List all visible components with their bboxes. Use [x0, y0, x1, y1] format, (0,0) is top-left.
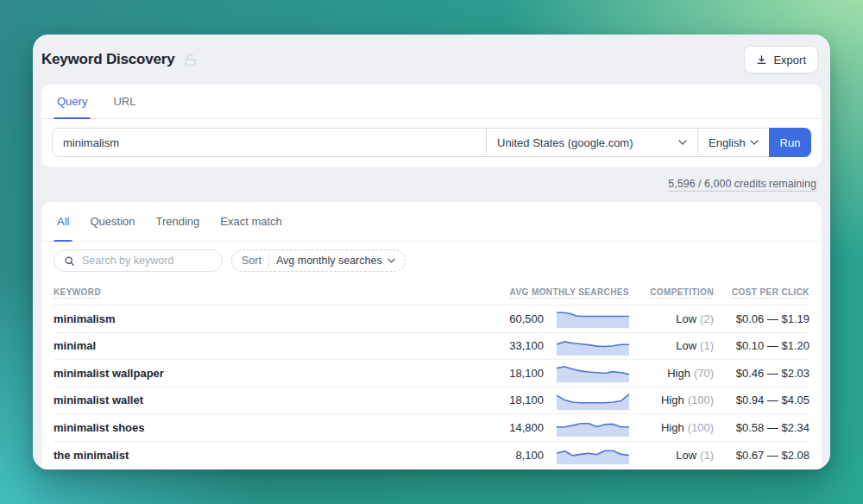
language-select[interactable]: English [697, 128, 770, 157]
cpc-cell: $0.10 — $1.20 [714, 339, 809, 352]
competition-cell: High(100) [629, 421, 714, 434]
table-row[interactable]: minimalist wallet 18,100 High(100) $0.94… [54, 387, 809, 415]
avg-searches-cell: 60,500 [466, 312, 544, 325]
unlocked-padlock-icon [183, 53, 198, 67]
export-label: Export [773, 54, 806, 66]
header-avg-monthly-searches[interactable]: AVG MONTHLY SEARCHES [466, 287, 629, 297]
keyword-cell: minimalist wallpaper [54, 367, 466, 380]
avg-searches-cell: 8,100 [466, 449, 544, 462]
sort-dropdown[interactable]: Sort Avg monthly searches [231, 249, 406, 272]
keyword-cell: minimalism [54, 312, 466, 325]
tab-all[interactable]: All [55, 202, 71, 241]
divider [268, 255, 269, 267]
tab-trending[interactable]: Trending [154, 202, 202, 241]
trend-sparkline [557, 309, 629, 328]
tab-question[interactable]: Question [88, 202, 136, 241]
avg-searches-cell: 14,800 [466, 421, 544, 434]
tab-query[interactable]: Query [55, 85, 89, 118]
chevron-down-icon [678, 140, 687, 145]
cpc-cell: $0.58 — $2.34 [714, 421, 809, 434]
competition-cell: Low(2) [629, 312, 714, 325]
trend-sparkline [557, 391, 629, 410]
table-row[interactable]: minimalism 60,500 Low(2) $0.06 — $1.19 [54, 306, 809, 333]
trend-sparkline [557, 445, 629, 464]
page-title: Keyword Discovery [41, 51, 174, 68]
results-filter-tabs: All Question Trending Exact match [41, 202, 822, 242]
table-row[interactable]: minimal 33,100 Low(1) $0.10 — $1.20 [54, 333, 809, 361]
competition-cell: High(100) [629, 394, 714, 406]
keyword-cell: minimal [54, 339, 466, 352]
table-row[interactable]: the minimalist 8,100 Low(1) $0.67 — $2.0… [54, 442, 809, 469]
credits-remaining: 5,596 / 6,000 credits remaining [668, 178, 816, 192]
avg-searches-cell: 18,100 [466, 394, 544, 406]
table-row[interactable]: minimalist wallpaper 18,100 High(70) $0.… [54, 360, 809, 387]
download-icon [756, 54, 767, 66]
keyword-discovery-window: Keyword Discovery Export [33, 35, 830, 469]
country-select[interactable]: United States (google.com) [486, 128, 698, 157]
credits-row: 5,596 / 6,000 credits remaining [33, 167, 830, 202]
avg-searches-cell: 18,100 [466, 367, 544, 380]
cpc-cell: $0.67 — $2.08 [714, 449, 809, 462]
search-input[interactable] [82, 255, 212, 267]
trend-sparkline [557, 418, 629, 437]
keywords-table: KEYWORD AVG MONTHLY SEARCHES COMPETITION… [41, 280, 822, 469]
keyword-filter-search[interactable] [54, 249, 223, 272]
header-cost-per-click[interactable]: COST PER CLICK [714, 287, 809, 297]
keyword-cell: minimalist shoes [54, 421, 466, 434]
avg-searches-cell: 33,100 [466, 339, 544, 352]
desktop-background: Keyword Discovery Export [0, 0, 863, 504]
header-competition[interactable]: COMPETITION [629, 287, 714, 297]
cpc-cell: $0.94 — $4.05 [714, 394, 809, 406]
sort-label: Sort [242, 255, 261, 267]
query-input-row: United States (google.com) English Run [41, 119, 822, 167]
trend-sparkline [557, 363, 629, 382]
results-panel: All Question Trending Exact match Sort [41, 202, 822, 469]
cpc-cell: $0.06 — $1.19 [714, 312, 809, 325]
keyword-cell: minimalist wallet [54, 394, 466, 406]
keyword-query-input[interactable] [52, 128, 487, 157]
query-builder-panel: Query URL United States (google.com) Eng… [41, 85, 822, 167]
tab-exact-match[interactable]: Exact match [218, 202, 284, 241]
export-button[interactable]: Export [744, 46, 818, 73]
trend-sparkline [557, 337, 629, 356]
cpc-cell: $0.46 — $2.03 [714, 367, 809, 380]
results-toolbar: Sort Avg monthly searches [41, 242, 822, 280]
competition-cell: High(70) [629, 367, 714, 380]
competition-cell: Low(1) [629, 339, 714, 352]
header-keyword[interactable]: KEYWORD [54, 287, 466, 297]
window-header: Keyword Discovery Export [33, 35, 830, 85]
table-header-row: KEYWORD AVG MONTHLY SEARCHES COMPETITION… [54, 280, 809, 306]
table-row[interactable]: minimalist shoes 14,800 High(100) $0.58 … [54, 414, 809, 442]
table-body: minimalism 60,500 Low(2) $0.06 — $1.19 m… [54, 306, 809, 469]
search-icon [64, 255, 75, 267]
tab-url[interactable]: URL [111, 85, 137, 118]
run-button[interactable]: Run [769, 128, 811, 157]
language-select-value: English [709, 136, 746, 149]
sort-value: Avg monthly searches [276, 255, 382, 267]
title-wrap: Keyword Discovery [41, 51, 198, 68]
competition-cell: Low(1) [629, 449, 714, 462]
chevron-down-icon [387, 258, 395, 263]
keyword-cell: the minimalist [54, 449, 466, 462]
chevron-down-icon [750, 140, 759, 145]
query-tab-bar: Query URL [41, 85, 822, 119]
country-select-value: United States (google.com) [497, 136, 633, 149]
